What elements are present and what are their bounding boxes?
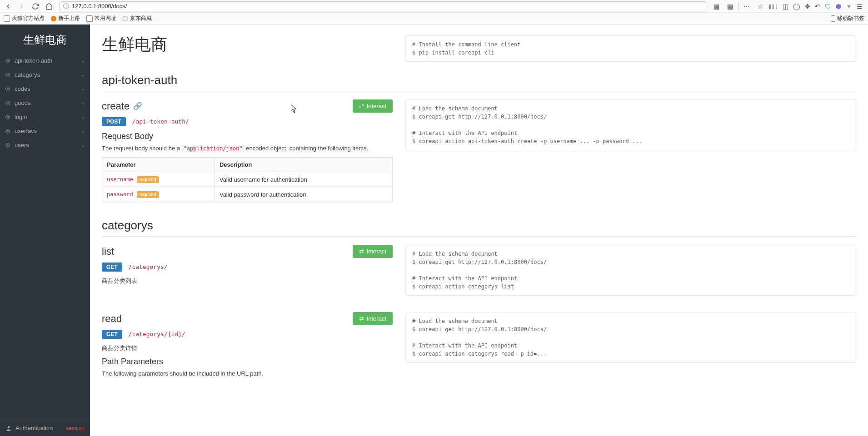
nav-item-userfavs[interactable]: userfavs⌄ xyxy=(0,124,90,138)
chevron-down-icon: ⌄ xyxy=(81,100,85,105)
interact-button[interactable]: ⇄Interact xyxy=(353,312,393,325)
param-name: password xyxy=(107,191,133,198)
sidebar-title: 生鲜电商 xyxy=(0,25,90,54)
forward-button[interactable] xyxy=(16,1,27,12)
home-button[interactable] xyxy=(44,1,55,12)
table-row: passwordrequired Valid password for auth… xyxy=(102,187,393,202)
auth-label[interactable]: Authentication xyxy=(15,425,53,431)
exchange-icon: ⇄ xyxy=(359,315,364,322)
ext2-icon[interactable]: ⬢ xyxy=(836,3,841,10)
endpoint-code: # Load the schema document $ coreapi get… xyxy=(405,312,856,363)
path-params-heading: Path Parameters xyxy=(102,357,393,367)
endpoint-list: list ⇄Interact GET /categorys/ 商品分类列表 # … xyxy=(102,245,856,296)
sidebar-icon[interactable]: ◫ xyxy=(783,3,788,10)
chevron-down-icon: ⌄ xyxy=(81,129,85,134)
nav-item-goods[interactable]: goods⌄ xyxy=(0,96,90,110)
verb-badge-get: GET xyxy=(102,330,122,339)
nav-item-codes[interactable]: codes⌄ xyxy=(0,82,90,96)
radio-icon xyxy=(5,129,10,134)
nav-item-login[interactable]: login⌄ xyxy=(0,110,90,124)
radio-icon xyxy=(5,101,10,105)
site-info-icon[interactable]: ⓘ xyxy=(63,2,69,10)
request-body-heading: Request Body xyxy=(102,132,393,141)
chevron-down-icon: ⌄ xyxy=(81,72,85,77)
radio-icon xyxy=(5,143,10,148)
table-row: usernamerequired Valid username for auth… xyxy=(102,172,393,187)
th-parameter: Parameter xyxy=(102,158,215,172)
nav-item-api-token-auth[interactable]: api-token-auth⌄ xyxy=(0,54,90,68)
star-icon[interactable]: ☆ xyxy=(755,1,766,12)
endpoint-path: /categorys/{id}/ xyxy=(129,331,185,337)
page-title: 生鲜电商 xyxy=(102,34,393,56)
exchange-icon: ⇄ xyxy=(359,248,364,255)
qr-icon[interactable]: ▦ xyxy=(711,1,722,12)
radio-icon xyxy=(5,59,10,63)
bookmarks-bar: 火狐官方站点 新手上路 常用网址 京东商城 移动版书签 xyxy=(0,13,868,25)
request-body-text: The request body should be a "applicatio… xyxy=(102,145,393,152)
bookmark-newbie[interactable]: 新手上路 xyxy=(51,15,80,22)
filter-icon[interactable]: ▼ xyxy=(846,3,852,10)
library-icon[interactable]: ⫿⫿⫿ xyxy=(768,3,778,10)
reader-icon[interactable]: ▤ xyxy=(724,1,735,12)
menu-icon[interactable]: ☰ xyxy=(857,3,863,10)
exchange-icon: ⇄ xyxy=(359,103,364,109)
radio-icon xyxy=(5,115,10,119)
nav-item-categorys[interactable]: categorys⌄ xyxy=(0,68,90,82)
browser-toolbar: ⓘ 127.0.0.1:8000/docs/ ▦ ▤ ⋯ ☆ ⫿⫿⫿ ◫ ◯ ✥… xyxy=(0,0,868,13)
endpoint-desc: 商品分类列表 xyxy=(102,277,393,285)
user-icon xyxy=(5,425,12,431)
sidebar-footer: Authentication session xyxy=(0,420,90,436)
radio-icon xyxy=(5,73,10,77)
path-params-text: The following parameters should be inclu… xyxy=(102,370,393,377)
svg-point-0 xyxy=(8,426,10,428)
back-button[interactable] xyxy=(3,1,14,12)
page-actions-icon[interactable]: ⋯ xyxy=(741,1,752,12)
bookmark-common[interactable]: 常用网址 xyxy=(86,15,116,22)
params-table: Parameter Description usernamerequired V… xyxy=(102,157,393,202)
interact-button[interactable]: ⇄Interact xyxy=(353,245,393,258)
folder-icon xyxy=(4,15,10,22)
verb-badge-post: POST xyxy=(102,117,126,126)
reload-button[interactable] xyxy=(30,1,41,12)
chevron-down-icon: ⌄ xyxy=(81,143,85,148)
address-bar[interactable]: ⓘ 127.0.0.1:8000/docs/ xyxy=(59,1,706,11)
shield-icon[interactable]: 🛡 xyxy=(825,3,831,10)
mobile-icon xyxy=(831,15,835,22)
account-icon[interactable]: ◯ xyxy=(793,3,800,10)
nav-item-users[interactable]: users⌄ xyxy=(0,138,90,152)
link-icon[interactable]: 🔗 xyxy=(133,102,142,110)
endpoint-desc: 商品分类详情 xyxy=(102,344,393,352)
main-content: 生鲜电商 # Install the command line client $… xyxy=(90,25,868,436)
sidebar: 生鲜电商 api-token-auth⌄ categorys⌄ codes⌄ g… xyxy=(0,25,90,436)
method-name-list: list xyxy=(102,246,114,258)
url-text: 127.0.0.1:8000/docs/ xyxy=(72,3,127,10)
chevron-down-icon: ⌄ xyxy=(81,58,85,63)
section-api-token-auth: api-token-auth xyxy=(102,73,856,91)
param-name: username xyxy=(107,176,133,183)
firefox-icon xyxy=(51,16,56,21)
method-name-create: create🔗 xyxy=(102,100,142,112)
endpoint-path: /categorys/ xyxy=(129,263,168,270)
session-label[interactable]: session xyxy=(66,425,85,431)
endpoint-code: # Load the schema document $ coreapi get… xyxy=(405,99,856,150)
ext1-icon[interactable]: ✥ xyxy=(805,3,810,10)
endpoint-code: # Load the schema document $ coreapi get… xyxy=(405,245,856,296)
required-badge: required xyxy=(137,176,159,183)
toolbar-divider xyxy=(738,3,738,10)
undo-icon[interactable]: ↶ xyxy=(815,3,820,10)
section-categorys: categorys xyxy=(102,218,856,237)
required-badge: required xyxy=(137,191,159,198)
chevron-down-icon: ⌄ xyxy=(81,114,85,119)
param-desc: Valid username for authentication xyxy=(215,172,392,187)
endpoint-read: read ⇄Interact GET /categorys/{id}/ 商品分类… xyxy=(102,312,856,382)
th-description: Description xyxy=(215,158,392,172)
bookmark-firefox[interactable]: 火狐官方站点 xyxy=(4,15,45,22)
extensions-area: ⫿⫿⫿ ◫ ◯ ✥ ↶ 🛡 ⬢ ▼ ☰ xyxy=(768,3,865,10)
interact-button[interactable]: ⇄Interact xyxy=(353,99,393,113)
bookmark-jd[interactable]: 京东商城 xyxy=(123,15,152,22)
endpoint-create: create🔗 ⇄Interact POST /api-token-auth/ … xyxy=(102,99,856,202)
verb-badge-get: GET xyxy=(102,263,122,272)
folder-icon xyxy=(86,15,93,22)
bookmark-mobile[interactable]: 移动版书签 xyxy=(831,15,864,22)
chevron-down-icon: ⌄ xyxy=(81,86,85,91)
